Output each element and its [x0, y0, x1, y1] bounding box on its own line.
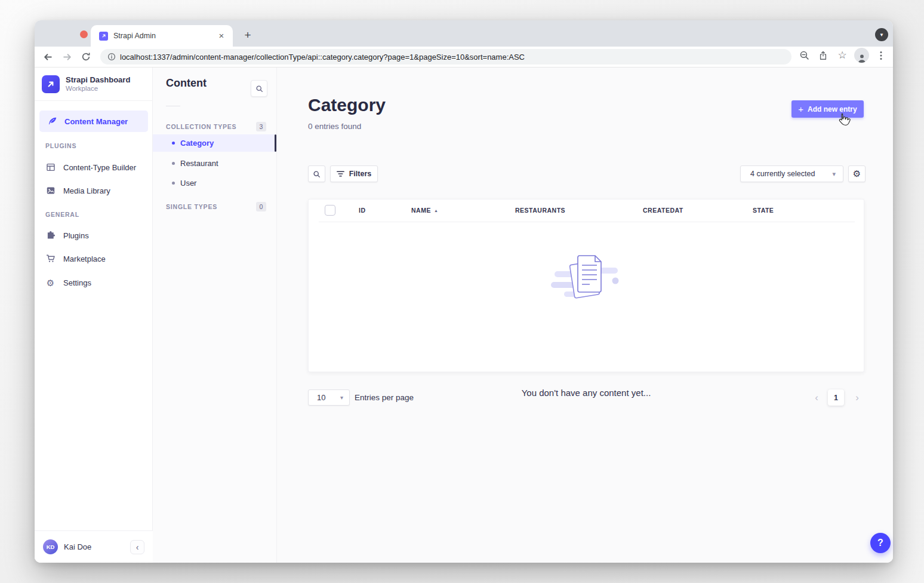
page-size-value: 10 [317, 393, 340, 402]
collection-type-label: User [180, 179, 196, 188]
browser-menu-icon[interactable] [874, 48, 888, 63]
tab-title: Strapi Admin [113, 32, 216, 40]
brand-header[interactable]: Strapi Dashboard Workplace [35, 67, 152, 101]
add-new-entry-label: Add new entry [808, 105, 857, 113]
browser-window: Strapi Admin × + ▼ localhost:1337/admin/… [35, 20, 893, 563]
table-search-button[interactable] [308, 165, 325, 182]
brand-subtitle: Workplace [66, 84, 130, 93]
cart-icon [45, 254, 56, 264]
bullet-icon [172, 182, 175, 185]
strapi-logo-icon [42, 75, 60, 93]
page-size-select[interactable]: 10 ▾ [308, 389, 350, 406]
column-header-createdat[interactable]: CREATEDAT [643, 207, 683, 214]
main-sidebar: Strapi Dashboard Workplace Content Manag… [35, 67, 153, 563]
table-settings-button[interactable]: ⚙ [848, 165, 866, 182]
panel-title: Content [166, 77, 207, 90]
sidebar-item-content-manager[interactable]: Content Manager [39, 111, 148, 132]
forward-icon[interactable] [60, 50, 74, 64]
brand-title: Strapi Dashboard [66, 75, 130, 84]
browser-profile-avatar[interactable] [854, 48, 869, 63]
panel-search-button[interactable] [251, 80, 267, 97]
url-text: localhost:1337/admin/content-manager/col… [120, 53, 525, 62]
image-icon [45, 186, 56, 196]
column-header-restaurants[interactable]: RESTAURANTS [515, 207, 565, 214]
sidebar-item-settings[interactable]: ⚙ Settings [35, 271, 153, 294]
sidebar-section-general: GENERAL [45, 211, 141, 220]
single-types-header: SINGLE TYPES 0 [166, 201, 266, 212]
collection-type-restaurant[interactable]: Restaurant [153, 155, 276, 172]
pen-icon [48, 116, 57, 126]
zoom-out-icon[interactable] [797, 48, 811, 63]
user-avatar[interactable]: KD [43, 539, 58, 554]
content-types-panel: Content COLLECTION TYPES 3 Category Rest… [153, 67, 277, 563]
column-header-state[interactable]: STATE [753, 207, 774, 214]
collection-types-label: COLLECTION TYPES [166, 123, 236, 130]
fields-selected-dropdown[interactable]: 4 currently selected ▾ [740, 165, 843, 182]
collection-types-header: COLLECTION TYPES 3 [166, 121, 266, 132]
column-header-name[interactable]: NAME▲ [411, 207, 438, 214]
collection-type-label: Category [180, 139, 214, 148]
entries-table: ID NAME▲ RESTAURANTS CREATEDAT STATE [308, 199, 864, 372]
select-all-checkbox[interactable] [325, 205, 335, 216]
url-bar[interactable]: localhost:1337/admin/content-manager/col… [100, 49, 791, 65]
browser-tab[interactable]: Strapi Admin × [91, 25, 233, 47]
collapse-sidebar-button[interactable]: ‹ [130, 540, 144, 554]
plus-icon: + [798, 105, 803, 113]
user-name: Kai Doe [64, 542, 130, 551]
bullet-icon [172, 142, 175, 145]
panel-scrollbar-thumb[interactable] [275, 134, 276, 152]
window-close-button[interactable] [80, 30, 88, 38]
next-page-icon[interactable]: › [851, 389, 863, 406]
sort-asc-icon: ▲ [434, 208, 438, 213]
sidebar-item-label: Marketplace [63, 254, 106, 263]
table-header-divider [319, 222, 855, 222]
strapi-favicon [99, 32, 108, 41]
fields-selected-label: 4 currently selected [750, 170, 832, 178]
sidebar-item-marketplace[interactable]: Marketplace [35, 247, 153, 270]
chevron-down-icon: ▾ [832, 170, 836, 178]
collection-type-category[interactable]: Category [153, 134, 276, 152]
new-tab-button[interactable]: + [240, 27, 255, 43]
single-types-label: SINGLE TYPES [166, 203, 217, 210]
empty-state-illustration [309, 252, 864, 312]
gear-icon: ⚙ [853, 168, 861, 179]
sidebar-item-label: Settings [63, 278, 91, 287]
help-button[interactable]: ? [870, 533, 891, 553]
sidebar-section-plugins: PLUGINS [45, 142, 141, 152]
collection-type-user[interactable]: User [153, 174, 276, 192]
info-icon[interactable] [107, 53, 116, 61]
panel-divider [166, 106, 180, 106]
sidebar-item-label: Content-Type Builder [63, 163, 136, 172]
layout-grid-icon [45, 162, 56, 173]
previous-page-icon[interactable]: ‹ [811, 389, 823, 406]
current-page-button[interactable]: 1 [828, 389, 844, 406]
gear-icon: ⚙ [45, 278, 56, 288]
sidebar-item-label: Media Library [63, 186, 110, 195]
puzzle-icon [45, 231, 56, 241]
strapi-admin-app: Strapi Dashboard Workplace Content Manag… [35, 67, 893, 563]
browser-extension-icon[interactable]: ▼ [875, 28, 888, 41]
sidebar-item-plugins[interactable]: Plugins [35, 224, 153, 247]
share-icon[interactable] [816, 48, 830, 63]
entries-found-text: 0 entries found [308, 122, 361, 131]
bookmark-star-icon[interactable]: ☆ [835, 48, 849, 63]
back-icon[interactable] [41, 50, 55, 64]
toolbar-actions: ☆ [797, 48, 888, 63]
bullet-icon [172, 162, 175, 165]
entries-per-page-label: Entries per page [355, 393, 414, 402]
main-content: Category 0 entries found + Add new entry… [277, 67, 893, 563]
filter-icon [337, 170, 344, 177]
browser-tab-strip: Strapi Admin × + ▼ [35, 20, 893, 47]
sidebar-item-media-library[interactable]: Media Library [35, 179, 153, 202]
column-header-name-label: NAME [411, 207, 431, 214]
reload-icon[interactable] [79, 50, 93, 64]
add-new-entry-button[interactable]: + Add new entry [791, 100, 864, 118]
sidebar-user-footer: KD Kai Doe ‹ [35, 530, 153, 563]
column-header-id[interactable]: ID [359, 207, 366, 214]
sidebar-item-content-type-builder[interactable]: Content-Type Builder [35, 156, 153, 179]
filters-label: Filters [349, 170, 372, 178]
tab-close-icon[interactable]: × [216, 30, 227, 41]
collection-types-count-badge: 3 [256, 122, 266, 131]
filters-button[interactable]: Filters [330, 165, 378, 182]
chevron-down-icon: ▾ [340, 394, 343, 401]
